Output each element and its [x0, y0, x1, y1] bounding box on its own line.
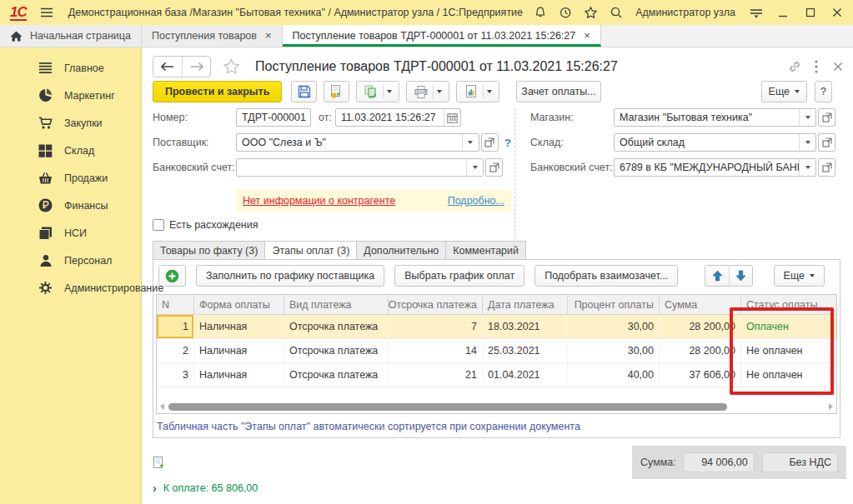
date-input[interactable]: 11.03.2021 15:26:27 — [335, 108, 461, 127]
notifications-bell-icon[interactable] — [533, 3, 548, 22]
scroll-right-icon[interactable] — [829, 403, 833, 410]
favorites-star-icon[interactable] — [584, 3, 599, 22]
cell-payment-type[interactable]: Отсрочка платежа — [284, 339, 389, 362]
cell-payment-delay[interactable]: 7 — [389, 315, 483, 338]
create-based-on-button[interactable] — [356, 81, 399, 102]
help-button[interactable]: ? — [815, 81, 832, 102]
sidebar-item-personal[interactable]: Персонал — [0, 247, 141, 274]
bank-account-open-icon[interactable] — [485, 158, 503, 177]
col-sum[interactable]: Сумма — [660, 295, 741, 314]
move-row-down-button[interactable] — [729, 266, 752, 286]
get-link-icon[interactable] — [788, 57, 801, 77]
tab-close-icon-active[interactable]: × — [584, 32, 590, 40]
service-menu-icon[interactable] — [749, 3, 764, 22]
sidebar-item-zakupki[interactable]: Закупки — [0, 109, 141, 137]
calendar-icon[interactable] — [444, 109, 460, 126]
number-input[interactable]: ТДРТ-000001 — [236, 108, 311, 127]
back-button[interactable] — [153, 57, 182, 77]
history-icon[interactable] — [558, 3, 573, 22]
forward-button[interactable] — [182, 57, 210, 77]
warehouse-dropdown-icon[interactable] — [799, 134, 815, 151]
scrollbar-thumb[interactable] — [168, 403, 727, 411]
save-button[interactable] — [291, 81, 317, 102]
supplier-dropdown-icon[interactable] — [462, 134, 479, 151]
offset-payment-button[interactable]: Зачет оплаты... — [516, 81, 600, 102]
details-link[interactable]: Подробно... — [448, 195, 504, 207]
choose-payment-schedule-button[interactable]: Выбрать график оплат — [394, 265, 524, 287]
table-row-2[interactable]: 2 Наличная Отсрочка платежа 14 25.03.202… — [157, 339, 836, 363]
bank-account2-dropdown-icon[interactable] — [799, 159, 815, 176]
cell-sum[interactable]: 28 200,00 — [660, 339, 741, 362]
bank-account-input[interactable] — [236, 158, 484, 177]
print-button[interactable] — [406, 81, 449, 102]
main-menu-icon[interactable] — [40, 7, 53, 17]
favorite-star-icon[interactable] — [223, 58, 240, 75]
close-document-icon[interactable] — [831, 57, 845, 77]
current-user[interactable]: Администратор узла — [635, 7, 735, 18]
to-pay-link[interactable]: › К оплате: 65 806,00 — [153, 482, 258, 495]
bank-account2-open-icon[interactable] — [818, 158, 835, 177]
no-counterparty-info-link[interactable]: Нет информации о контрагенте — [243, 195, 395, 207]
minimize-button[interactable] — [775, 3, 790, 22]
cell-n[interactable]: 3 — [157, 363, 194, 387]
bank-account-dropdown-icon[interactable] — [466, 159, 483, 176]
subtab-tovary-po-faktu[interactable]: Товары по факту (3) — [153, 241, 264, 260]
cell-payment-status[interactable]: Не оплачен — [741, 339, 836, 362]
supplier-help-icon[interactable]: ? — [504, 137, 511, 149]
tab-home[interactable]: Начальная страница — [0, 25, 142, 47]
cell-payment-delay[interactable]: 21 — [389, 363, 483, 387]
warehouse-open-icon[interactable] — [818, 133, 835, 152]
cell-n[interactable]: 2 — [157, 339, 194, 362]
cell-sum[interactable]: 37 606,00 — [660, 363, 741, 387]
col-payment-delay[interactable]: Отсрочка платежа — [389, 295, 483, 314]
store-dropdown-icon[interactable] — [799, 109, 815, 126]
tab-postuplenie-dokument[interactable]: Поступление товаров ТДРТ-000001 от 11.03… — [283, 25, 601, 47]
tab-close-icon[interactable]: × — [265, 32, 272, 40]
col-payment-type[interactable]: Вид платежа — [284, 295, 389, 314]
cell-payment-percent[interactable]: 30,00 — [568, 339, 660, 362]
pick-mutual-offset-button[interactable]: Подобрать взаимозачет... — [534, 265, 678, 287]
col-payment-status[interactable]: Статус оплаты — [741, 295, 836, 314]
cell-payment-type[interactable]: Отсрочка платежа — [284, 315, 389, 338]
col-payment-form[interactable]: Форма оплаты — [194, 295, 284, 314]
cell-n[interactable]: 1 — [157, 315, 194, 338]
cell-payment-date[interactable]: 25.03.2021 — [483, 339, 568, 362]
store-input[interactable]: Магазин "Бытовая техника" — [614, 108, 816, 127]
scroll-left-icon[interactable] — [160, 403, 164, 410]
supplier-input[interactable]: ООО "Слеза и Ъ" — [236, 133, 479, 152]
more-kebab-icon[interactable] — [810, 57, 823, 77]
cell-payment-form[interactable]: Наличная — [194, 363, 284, 387]
reports-button[interactable] — [456, 81, 499, 102]
cell-payment-form[interactable]: Наличная — [194, 315, 284, 338]
horizontal-scrollbar[interactable] — [157, 401, 836, 413]
cell-payment-percent[interactable]: 40,00 — [568, 363, 660, 387]
col-n[interactable]: N — [157, 295, 194, 314]
store-open-icon[interactable] — [818, 108, 835, 127]
supplier-open-icon[interactable] — [481, 133, 499, 152]
discrepancy-checkbox-row[interactable]: Есть расхождения — [153, 219, 258, 231]
cell-payment-type[interactable]: Отсрочка платежа — [284, 363, 389, 387]
cell-payment-percent[interactable]: 30,00 — [568, 315, 660, 338]
table-row-3[interactable]: 3 Наличная Отсрочка платежа 21 01.04.202… — [157, 363, 836, 387]
col-payment-percent[interactable]: Процент оплаты — [568, 295, 660, 314]
cell-sum[interactable]: 28 200,00 — [660, 315, 741, 338]
table-row-1[interactable]: 1 Наличная Отсрочка платежа 7 18.03.2021… — [157, 315, 836, 339]
post-and-close-button[interactable]: Провести и закрыть — [153, 81, 282, 102]
table-more-button[interactable]: Еще — [774, 265, 825, 287]
cell-payment-form[interactable]: Наличная — [194, 339, 284, 362]
sidebar-item-glavnoe[interactable]: Главное — [0, 54, 141, 82]
search-icon[interactable] — [609, 3, 624, 22]
sidebar-item-marketing[interactable]: Маркетинг — [0, 82, 141, 109]
subtab-kommentariy[interactable]: Комментарий — [445, 241, 526, 260]
sidebar-item-sklad[interactable]: Склад — [0, 137, 141, 164]
post-document-button[interactable] — [324, 81, 349, 102]
subtab-etapy-oplat[interactable]: Этапы оплат (3) — [264, 241, 356, 260]
sidebar-item-nsi[interactable]: НСИ — [0, 219, 141, 247]
cell-payment-delay[interactable]: 14 — [389, 339, 483, 362]
cell-payment-status[interactable]: Оплачен — [741, 315, 836, 338]
discrepancy-checkbox[interactable] — [153, 219, 164, 231]
tab-postupleniya-tovarov[interactable]: Поступления товаров × — [142, 25, 283, 47]
sidebar-item-finansy[interactable]: Финансы — [0, 192, 141, 219]
close-window-button[interactable] — [830, 3, 845, 22]
fill-by-supplier-schedule-button[interactable]: Заполнить по графику поставщика — [196, 265, 384, 287]
